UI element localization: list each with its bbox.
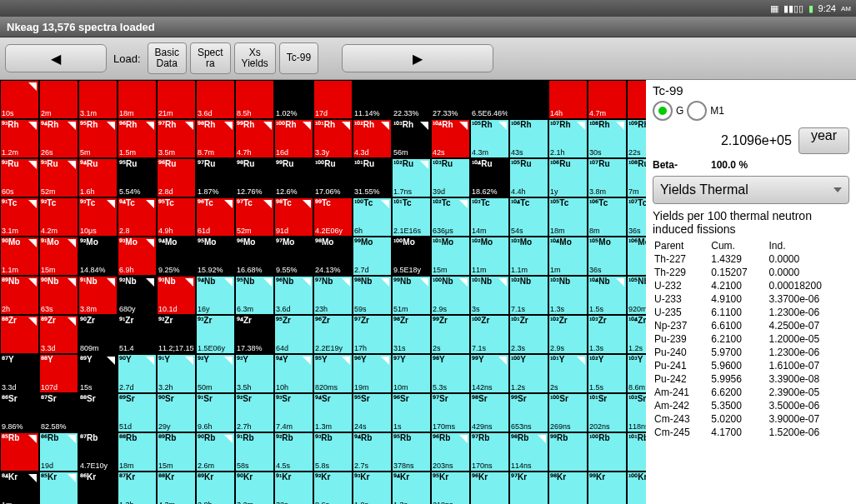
nuclide-cell[interactable]: ⁹⁹Tc4.2E06y <box>313 197 353 237</box>
nuclide-cell[interactable]: ¹⁰³Y8.6m <box>627 354 646 393</box>
spectra-button[interactable]: Spect ra <box>190 42 231 74</box>
nuclide-cell[interactable]: ⁸⁴Kr1m <box>0 472 39 504</box>
nuclide-cell[interactable]: ⁹³Rh1.2m <box>0 119 39 158</box>
nuclide-cell[interactable]: ⁹¹Zr51.4 <box>118 315 157 354</box>
nuclide-cell[interactable]: ¹⁰⁵Ru4.4h <box>509 158 548 197</box>
nuclide-cell[interactable]: ⁸⁵Kr <box>39 472 78 504</box>
nuclide-cell[interactable]: ⁹⁹Mo2.7d <box>353 237 392 276</box>
nuclide-cell[interactable]: ⁹⁰Zr809m <box>78 315 118 354</box>
nuclide-cell[interactable]: ⁸⁹Nb2h <box>0 276 39 315</box>
nuclide-cell[interactable]: ¹⁰⁴Tc54s <box>509 197 548 237</box>
xs-yields-button[interactable]: Xs Yields <box>234 42 276 74</box>
nuclide-cell[interactable]: 4.7m <box>588 80 627 119</box>
nuclide-cell[interactable]: ⁹⁶Rh1.5m <box>118 119 157 158</box>
nuclide-cell[interactable]: ¹⁰³Nb1.3s <box>548 276 588 315</box>
nuclide-cell[interactable]: ⁹⁶Ru2.8d <box>157 158 196 197</box>
nuclide-cell[interactable]: ⁹⁶Rb203ns <box>431 432 470 472</box>
nuclide-cell[interactable]: ⁹³Tc10μs <box>78 197 118 237</box>
nuclide-cell[interactable]: ⁹⁷Sr170ms <box>431 393 470 432</box>
nuclide-cell[interactable]: 17d <box>313 80 353 119</box>
nuclide-cell[interactable]: ⁸⁷Rb4.7E10y <box>78 432 118 472</box>
nuclide-cell[interactable]: 18m <box>118 80 157 119</box>
nuclide-cell[interactable]: ⁹³Kr1.8s <box>353 472 392 504</box>
nav-prev-button[interactable]: ◀ <box>5 44 107 72</box>
nuclide-cell[interactable]: ¹⁰⁵Nb920ms <box>627 276 646 315</box>
nuclide-cell[interactable]: ¹⁰²Y1.5s <box>588 354 627 393</box>
nuclide-cell[interactable]: ¹⁰⁷Rh2.1h <box>548 119 588 158</box>
nuclide-cell[interactable]: ⁸⁸Kr4.3m <box>157 472 196 504</box>
halflife-unit-button[interactable]: year <box>798 127 849 154</box>
nuclide-cell[interactable]: ⁸⁶Sr9.86% <box>0 393 39 432</box>
nuclide-cell[interactable]: ⁹²Tc4.2m <box>39 197 78 237</box>
nuclide-cell[interactable]: ⁹⁷Mo9.55% <box>274 237 313 276</box>
nuclide-cell[interactable]: ⁹⁷Rh3.5m <box>157 119 196 158</box>
nuclide-cell[interactable]: ⁹²Rb4.5s <box>274 432 313 472</box>
nuclide-cell[interactable]: ¹⁰¹Y2s <box>548 354 588 393</box>
nuclide-cell[interactable]: 3.1m <box>78 80 118 119</box>
nuclide-cell[interactable]: ¹⁰⁵Mo36s <box>588 237 627 276</box>
nuclide-cell[interactable]: ¹⁰⁰Rh16d <box>274 119 313 158</box>
nuclide-cell[interactable]: ⁹³Mo6.9h <box>118 237 157 276</box>
yields-dropdown[interactable]: Yields Thermal <box>653 176 849 204</box>
nuclide-cell[interactable]: ⁹¹Mo15m <box>39 237 78 276</box>
nuclide-cell[interactable]: ⁸⁶Kr <box>78 472 118 504</box>
nuclide-cell[interactable]: ⁹¹Rb58s <box>235 432 274 472</box>
nuclide-cell[interactable]: ⁹⁹Sr653ns <box>509 393 548 432</box>
nuclide-cell[interactable]: ⁸⁷Y3.3d <box>0 354 39 393</box>
nuclide-cell[interactable]: ⁹⁵Mo15.92% <box>196 237 235 276</box>
nuclide-cell[interactable]: ⁸⁷Kr1.3h <box>118 472 157 504</box>
nuclide-cell[interactable]: ¹⁰⁴Ru18.62% <box>470 158 509 197</box>
nuclide-cell[interactable]: ⁹⁶Mo16.68% <box>235 237 274 276</box>
nuclide-cell[interactable]: ⁹⁷Y10m <box>392 354 431 393</box>
nuclide-cell[interactable]: ⁹⁸Y5.3s <box>431 354 470 393</box>
nuclide-cell[interactable]: ⁹⁵Zr64d <box>274 315 313 354</box>
nuclide-cell[interactable]: ¹⁰⁵Rh4.3m <box>470 119 509 158</box>
nuclide-cell[interactable]: ¹⁰⁸Rh30s <box>588 119 627 158</box>
nuclide-cell[interactable]: ¹⁰⁶Mo <box>627 237 646 276</box>
nuclide-cell[interactable]: ⁹¹Kr32s <box>274 472 313 504</box>
nuclide-cell[interactable]: ⁹⁰Sr29y <box>157 393 196 432</box>
nuclide-cell[interactable]: ⁹⁵Ru5.54% <box>118 158 157 197</box>
nuclide-cell[interactable]: ⁹⁴Zr17.38% <box>235 315 274 354</box>
nuclide-cell[interactable]: ⁸⁷Sr82.58% <box>39 393 78 432</box>
nuclide-cell[interactable]: 14h <box>548 80 588 119</box>
nuclide-cell[interactable]: ⁹⁸Rh8.7m <box>196 119 235 158</box>
nuclide-cell[interactable]: ¹⁰²Sr118ns <box>627 393 646 432</box>
nuclide-cell[interactable]: ⁸⁸Rb18m <box>118 432 157 472</box>
nuclide-cell[interactable]: ⁸⁹Zr3.3d <box>39 315 78 354</box>
nuclide-cell[interactable]: ¹⁰¹Nb3s <box>470 276 509 315</box>
nuclide-cell[interactable]: ¹⁰³Zr1.3s <box>588 315 627 354</box>
nuclide-cell[interactable]: ⁹¹Sr9.6h <box>196 393 235 432</box>
nuclide-cell[interactable]: ¹⁰¹Rb <box>627 432 646 472</box>
nuclide-cell[interactable]: ⁹⁴Kr1.3s <box>392 472 431 504</box>
nuclide-cell[interactable]: ¹⁰⁷Tc36s <box>627 197 646 237</box>
nuclide-cell[interactable]: 8.5h <box>235 80 274 119</box>
nuclide-cell[interactable]: ¹⁰²Mo11m <box>470 237 509 276</box>
nuclide-cell[interactable] <box>509 80 548 119</box>
nuclide-cell[interactable]: ¹⁰²Zr2.9s <box>548 315 588 354</box>
nuclide-cell[interactable]: ⁹³Sr7.4m <box>274 393 313 432</box>
nuclide-cell[interactable] <box>627 80 646 119</box>
nuclide-cell[interactable]: ⁸⁹Y15s <box>78 354 118 393</box>
nuclide-cell[interactable]: ¹⁰⁰Sr269ns <box>548 393 588 432</box>
nuclide-cell[interactable]: ⁹⁴Tc2.8 <box>118 197 157 237</box>
nuclide-cell[interactable]: ¹⁰⁰Ru17.06% <box>313 158 353 197</box>
nuclide-cell[interactable]: ⁸⁸Sr <box>78 393 118 432</box>
nuclide-cell[interactable]: ⁹⁵Rb378ns <box>392 432 431 472</box>
nuclide-cell[interactable]: ¹⁰¹Zr2.3s <box>509 315 548 354</box>
nuclide-cell[interactable]: ⁹⁷Tc52m <box>235 197 274 237</box>
nuclide-cell[interactable]: ⁹⁷Zr17h <box>353 315 392 354</box>
nuclide-cell[interactable]: ¹⁰⁰Nb2.9s <box>431 276 470 315</box>
nuclide-cell[interactable]: ⁹²Sr2.7h <box>235 393 274 432</box>
nuclide-cell[interactable]: ¹⁰⁴Rh42s <box>431 119 470 158</box>
nuclide-cell[interactable]: ¹⁰²Nb7.1s <box>509 276 548 315</box>
nuclide-cell[interactable]: ⁹⁴Sr1.3m <box>313 393 353 432</box>
nuclide-cell[interactable]: ⁹⁷Ru1.87% <box>196 158 235 197</box>
nuclide-cell[interactable]: ⁹⁴Ru1.6h <box>78 158 118 197</box>
nuclide-cell[interactable]: ¹⁰³Tc14m <box>470 197 509 237</box>
nuclide-cell[interactable]: ⁹²Zr11.2;17.15% <box>157 315 196 354</box>
nuclide-cell[interactable]: 1.02% <box>274 80 313 119</box>
nuclide-cell[interactable]: ⁹⁶Y19m <box>353 354 392 393</box>
nuclide-cell[interactable]: ⁹⁷Kr <box>509 472 548 504</box>
nuclide-cell[interactable]: ⁹⁹Y142ns <box>470 354 509 393</box>
